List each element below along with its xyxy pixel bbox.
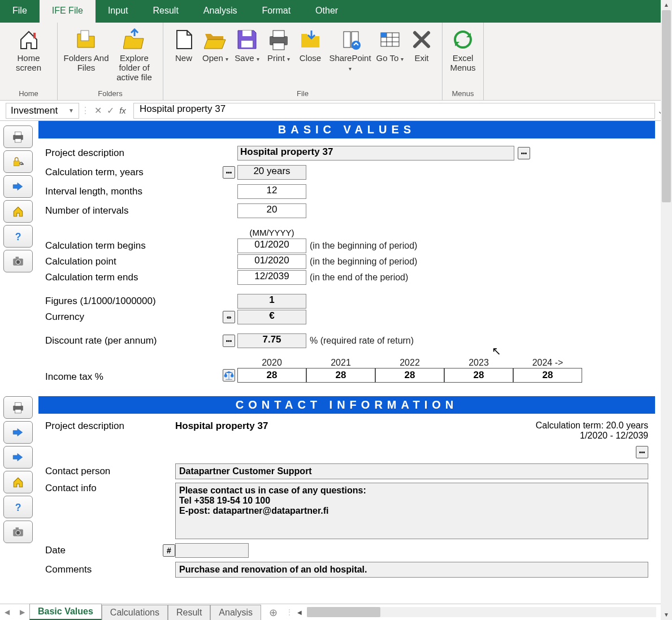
goto-btn[interactable]: Go To ▾: [374, 26, 406, 88]
sheet-tab-analysis[interactable]: Analysis: [210, 605, 261, 620]
new-btn[interactable]: New: [168, 26, 200, 88]
close-btn[interactable]: Close: [294, 26, 326, 88]
tax-value-input[interactable]: 28: [237, 368, 306, 383]
tax-year-label: 2024 ->: [513, 358, 582, 368]
scroll-up-icon[interactable]: ▲: [661, 0, 672, 10]
begins-input[interactable]: 01/2020: [237, 239, 306, 253]
home-screen-btn[interactable]: Home screen: [5, 26, 53, 88]
accept-formula-icon[interactable]: ✓: [104, 105, 116, 116]
open-btn[interactable]: Open ▾: [200, 26, 231, 88]
ends-note: (in the end of the period): [310, 272, 408, 283]
formula-input[interactable]: Hospital property 37: [133, 103, 655, 119]
currency-swap-btn[interactable]: ⇔: [223, 311, 235, 323]
print-side2-btn[interactable]: [3, 396, 33, 419]
sheet-tabs: Basic ValuesCalculationsResultAnalysis: [29, 604, 261, 620]
tax-value-input[interactable]: 28: [375, 368, 444, 383]
point-input[interactable]: 01/2020: [237, 254, 306, 269]
figures-label: Figures (1/1000/1000000): [45, 296, 237, 307]
file-icon: [172, 28, 195, 51]
handle-icon[interactable]: ⋮: [79, 105, 92, 116]
contact-proj-desc-label: Project description: [45, 420, 175, 432]
sheet-tab-calculations[interactable]: Calculations: [102, 605, 168, 620]
sheet-tab-result[interactable]: Result: [168, 605, 210, 620]
scroll-down-icon[interactable]: ▼: [661, 610, 672, 620]
discount-more-btn[interactable]: •••: [223, 335, 235, 347]
comments-input[interactable]: Purchase and renovation of an old hospit…: [175, 562, 648, 578]
project-desc-more-btn[interactable]: •••: [518, 147, 530, 159]
menu-tab-input[interactable]: Input: [96, 0, 141, 23]
home-side2-btn[interactable]: [3, 471, 33, 493]
home-side-btn[interactable]: [3, 200, 33, 223]
print-icon: [267, 28, 290, 51]
sharepoint-btn[interactable]: SharePoint ▾: [326, 26, 374, 88]
formula-text: Hospital property 37: [140, 103, 226, 114]
figures-input[interactable]: 1: [237, 294, 306, 309]
tax-value-input[interactable]: 28: [513, 368, 582, 383]
interval-len-input[interactable]: 12: [237, 184, 306, 199]
date-input[interactable]: [175, 543, 249, 558]
nav-first-icon[interactable]: ◀: [5, 608, 10, 616]
tax-value-input[interactable]: 28: [444, 368, 513, 383]
pointer-side-btn[interactable]: [3, 175, 33, 198]
print-btn[interactable]: Print ▾: [263, 26, 294, 88]
exit-btn[interactable]: Exit: [406, 26, 437, 88]
lock-side-btn[interactable]: [3, 150, 33, 173]
menu-tab-ife-file[interactable]: IFE File: [40, 0, 96, 23]
home-icon: [18, 28, 40, 51]
tax-col: 202328: [444, 358, 513, 383]
pointer-side2-btn[interactable]: [3, 421, 33, 444]
scroll-thumb[interactable]: [662, 10, 671, 202]
help-side2-btn[interactable]: [3, 496, 33, 518]
goto-icon: [379, 28, 401, 51]
project-desc-input[interactable]: Hospital property 37: [237, 146, 514, 161]
calc-term-more-btn[interactable]: •••: [223, 166, 235, 179]
hscroll-left-icon[interactable]: ◀: [294, 609, 305, 615]
menu-tab-file[interactable]: File: [0, 0, 40, 23]
contact-info-input[interactable]: Please contact us in case of any questio…: [175, 483, 648, 539]
calc-term-input[interactable]: 20 years: [237, 165, 306, 180]
print-side-btn[interactable]: [3, 125, 33, 148]
ends-input[interactable]: 12/2039: [237, 270, 306, 285]
menu-tab-format[interactable]: Format: [249, 0, 303, 23]
contact-more-btn[interactable]: •••: [636, 446, 648, 458]
chevron-down-icon[interactable]: ▼: [68, 107, 74, 114]
save-btn[interactable]: Save ▾: [231, 26, 263, 88]
folders-and-files-btn[interactable]: Folders And Files: [62, 26, 110, 88]
basic-values-panel: BASIC VALUES Project description Hospita…: [38, 121, 655, 385]
calc-term-label: Calculation term, years: [45, 167, 237, 178]
ribbon-group-label: File: [297, 88, 309, 99]
menu-tab-analysis[interactable]: Analysis: [191, 0, 250, 23]
camera-side-btn[interactable]: [3, 250, 33, 272]
date-hash-btn[interactable]: #: [163, 544, 175, 557]
name-box[interactable]: Investment ▼: [6, 103, 79, 119]
hscroll-thumb[interactable]: [307, 607, 380, 617]
side-toolbar-2: [0, 396, 38, 595]
fx-icon[interactable]: fx: [116, 106, 129, 115]
tax-year-label: 2022: [375, 358, 444, 368]
workspace: BASIC VALUES Project description Hospita…: [0, 121, 672, 604]
excel-menus-btn[interactable]: Excel Menus: [447, 26, 479, 88]
income-tax-scale-btn[interactable]: [223, 369, 235, 381]
pointer-icon: [11, 426, 25, 439]
currency-input[interactable]: €: [237, 310, 306, 324]
nav-prev-icon[interactable]: ▶: [20, 608, 25, 616]
income-tax-label: Income tax %: [45, 371, 237, 383]
discount-input[interactable]: 7.75: [237, 333, 306, 348]
sheet-tab-basic-values[interactable]: Basic Values: [29, 604, 102, 620]
comments-label: Comments: [45, 564, 175, 575]
vertical-scrollbar[interactable]: ▲ ▼: [661, 0, 672, 620]
cancel-formula-icon[interactable]: ✕: [92, 105, 104, 116]
contact-person-input[interactable]: Datapartner Customer Support: [175, 463, 648, 479]
menu-tab-other[interactable]: Other: [303, 0, 350, 23]
camera-side2-btn[interactable]: [3, 521, 33, 543]
home2-icon: [11, 476, 25, 488]
help-side-btn[interactable]: [3, 225, 33, 248]
explore-folder-btn[interactable]: Explore folder of active file: [110, 26, 158, 88]
formula-bar: Investment ▼ ⋮ ✕ ✓ fx Hospital property …: [0, 101, 672, 121]
pointer2-side2-btn[interactable]: [3, 446, 33, 469]
menu-tab-result[interactable]: Result: [141, 0, 191, 23]
add-sheet-btn[interactable]: ⊕: [261, 604, 285, 620]
tax-value-input[interactable]: 28: [306, 368, 375, 383]
num-intervals-input[interactable]: 20: [237, 203, 306, 218]
horizontal-scrollbar[interactable]: ◀ ▶: [291, 604, 672, 620]
